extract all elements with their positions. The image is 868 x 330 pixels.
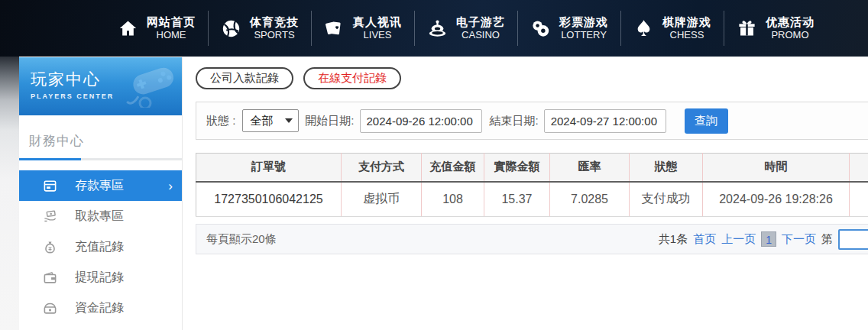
cell-extra xyxy=(850,182,868,217)
nav-item-home[interactable]: 网站首页 HOME xyxy=(105,15,208,42)
total-count-text: 共1条 xyxy=(659,232,688,247)
withdraw-icon xyxy=(43,209,57,224)
sidebar-item-deposit[interactable]: 存款專區 › xyxy=(19,170,182,201)
purse-icon xyxy=(43,301,57,315)
nav-home-en: HOME xyxy=(157,29,186,41)
money-bag-icon xyxy=(43,240,57,254)
tab-online-payment-records[interactable]: 在線支付記錄 xyxy=(303,67,401,89)
nav-sports-zh: 体育竞技 xyxy=(250,15,299,30)
sidebar-item-funds-records[interactable]: 資金記錄 xyxy=(19,293,182,323)
nav-item-lives[interactable]: 真人视讯 LIVES xyxy=(312,15,414,42)
header-order-number: 訂單號 xyxy=(196,154,342,182)
sidebar-item-hh-lottery-bets[interactable]: HH彩票下注 xyxy=(19,323,182,330)
cell-recharge-amount: 108 xyxy=(422,182,484,217)
search-button[interactable]: 查詢 xyxy=(685,108,728,134)
sidebar-item-label: 提現記錄 xyxy=(75,270,124,286)
jump-page-input[interactable] xyxy=(838,229,868,250)
nav-item-lottery[interactable]: 彩票游戏 LOTTERY xyxy=(518,15,620,42)
sidebar-item-label: 存款專區 xyxy=(75,178,124,194)
gamepad-icon xyxy=(119,65,179,108)
sidebar-item-label: 資金記錄 xyxy=(75,300,124,316)
table-header-row: 訂單號 支付方式 充值金額 實際金額 匯率 狀態 時間 xyxy=(196,154,868,182)
cell-actual-amount: 15.37 xyxy=(484,182,550,217)
deposit-icon xyxy=(43,179,57,193)
nav-lives-zh: 真人视讯 xyxy=(353,15,402,30)
header-time: 時間 xyxy=(703,154,850,182)
sidebar-item-withdraw[interactable]: 取款專區 xyxy=(19,201,182,231)
end-date-label: 結束日期: xyxy=(490,114,539,128)
header-status: 狀態 xyxy=(630,154,703,182)
page-size-text: 每頁顯示20條 xyxy=(206,232,277,247)
first-page-link[interactable]: 首页 xyxy=(693,232,716,247)
pagination-controls: 共1条 首页 上一页 1 下一页 第 xyxy=(659,229,868,250)
nav-promo-en: PROMO xyxy=(771,29,808,41)
sidebar-item-label: 取款專區 xyxy=(75,209,124,225)
prev-page-link[interactable]: 上一页 xyxy=(721,232,756,247)
header-recharge-amount: 充值金額 xyxy=(422,154,484,182)
playing-cards-icon xyxy=(324,18,345,39)
nav-chess-zh: 棋牌游戏 xyxy=(662,15,711,30)
nav-item-chess[interactable]: 棋牌游戏 CHESS xyxy=(621,15,724,42)
nav-sports-en: SPORTS xyxy=(254,29,294,41)
status-label: 狀態 : xyxy=(206,114,235,128)
nav-lottery-en: LOTTERY xyxy=(561,29,607,41)
sidebar-section-divider xyxy=(19,158,182,160)
cell-order-number: 1727350106042125 xyxy=(196,182,342,217)
nav-lottery-zh: 彩票游戏 xyxy=(559,15,608,30)
chevron-down-icon xyxy=(285,118,293,123)
sidebar-item-withdrawal-records[interactable]: 提現記錄 xyxy=(19,262,182,293)
nav-home-zh: 网站首页 xyxy=(147,15,196,30)
cell-payment-method: 虚拟币 xyxy=(342,182,422,217)
header-exchange-rate: 匯率 xyxy=(550,154,630,182)
table-row: 1727350106042125 虚拟币 108 15.37 7.0285 支付… xyxy=(196,182,868,217)
sidebar-section-title: 財務中心 xyxy=(19,115,182,150)
start-date-label: 開始日期: xyxy=(305,114,354,128)
record-tabs: 公司入款記錄 在線支付記錄 xyxy=(196,67,868,89)
sidebar-item-label: 充值記錄 xyxy=(75,239,124,255)
cell-status: 支付成功 xyxy=(630,182,703,217)
roulette-icon xyxy=(427,18,448,39)
current-page-indicator: 1 xyxy=(761,231,776,247)
filter-bar: 狀態 : 全部 開始日期: 結束日期: 查詢 xyxy=(196,102,868,140)
cell-exchange-rate: 7.0285 xyxy=(550,182,630,217)
nav-lives-en: LIVES xyxy=(364,29,392,41)
start-date-input[interactable] xyxy=(360,109,482,133)
header-extra xyxy=(850,154,868,182)
spade-icon xyxy=(633,18,654,39)
nav-item-promo[interactable]: 优惠活动 PROMO xyxy=(724,15,827,42)
nav-chess-en: CHESS xyxy=(670,29,704,41)
nav-item-casino[interactable]: 电子游艺 CASINO xyxy=(415,15,517,42)
next-page-link[interactable]: 下一页 xyxy=(782,232,816,247)
end-date-input[interactable] xyxy=(544,109,666,133)
lottery-balls-icon xyxy=(530,18,551,39)
wallet-icon xyxy=(43,270,57,285)
sidebar-item-recharge-records[interactable]: 充值記錄 xyxy=(19,231,182,262)
page-background-strip xyxy=(0,57,19,330)
header-payment-method: 支付方式 xyxy=(342,154,422,182)
sports-icon xyxy=(221,18,241,39)
jump-page-label: 第 xyxy=(821,232,833,247)
sidebar-menu: 存款專區 › 取款專區 充值記錄 提現記錄 資金記錄 HH彩票下注 庄家投註記錄 xyxy=(19,170,182,330)
pagination-bar: 每頁顯示20條 共1条 首页 上一页 1 下一页 第 xyxy=(196,224,868,254)
nav-promo-zh: 优惠活动 xyxy=(766,15,815,30)
tab-company-deposit-records[interactable]: 公司入款記錄 xyxy=(196,67,293,89)
header-actual-amount: 實際金額 xyxy=(484,154,550,182)
home-icon xyxy=(118,18,138,39)
top-navigation: 网站首页 HOME 体育竞技 SPORTS 真人视讯 LIVES 电子游艺 CA… xyxy=(0,0,868,57)
status-select[interactable]: 全部 xyxy=(242,109,299,132)
main-content: 公司入款記錄 在線支付記錄 狀態 : 全部 開始日期: 結束日期: 查詢 訂單號… xyxy=(196,57,868,330)
nav-item-sports[interactable]: 体育竞技 SPORTS xyxy=(209,15,311,42)
sidebar: 玩家中心 PLAYERS CENTER 財務中心 存款專區 › 取款專區 xyxy=(19,57,183,330)
chevron-right-icon: › xyxy=(168,180,173,192)
nav-casino-en: CASINO xyxy=(462,29,500,41)
cell-time: 2024-09-26 19:28:26 xyxy=(703,182,850,217)
sidebar-header: 玩家中心 PLAYERS CENTER xyxy=(19,57,182,115)
status-select-value: 全部 xyxy=(250,114,273,128)
gift-icon xyxy=(737,18,757,39)
nav-casino-zh: 电子游艺 xyxy=(456,15,505,30)
payment-records-table: 訂單號 支付方式 充值金額 實際金額 匯率 狀態 時間 172735010604… xyxy=(196,153,868,217)
